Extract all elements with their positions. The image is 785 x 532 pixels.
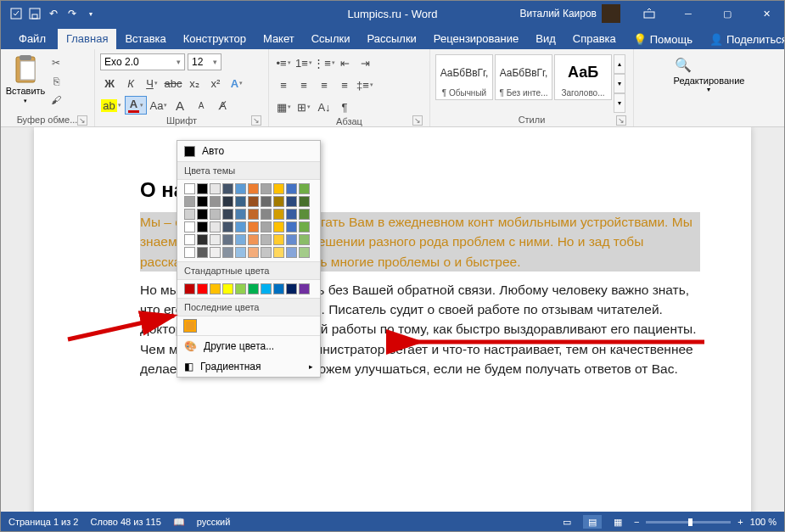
tab-layout[interactable]: Макет: [255, 29, 303, 49]
style-no-spacing[interactable]: АаБбВвГг, ¶ Без инте...: [495, 54, 552, 100]
color-swatch[interactable]: [286, 196, 297, 207]
text-effects-button[interactable]: A▾: [227, 74, 246, 92]
color-swatch[interactable]: [210, 196, 221, 207]
color-swatch[interactable]: [248, 283, 259, 294]
color-swatch[interactable]: [235, 283, 246, 294]
color-swatch[interactable]: [197, 221, 208, 232]
color-swatch[interactable]: [222, 183, 233, 194]
recent-color-swatch[interactable]: [184, 320, 196, 332]
align-left-button[interactable]: ≡: [274, 76, 293, 94]
tab-home[interactable]: Главная: [58, 29, 116, 49]
color-swatch[interactable]: [261, 283, 272, 294]
sort-button[interactable]: A↓: [315, 98, 334, 116]
shrink-font-button[interactable]: A: [192, 96, 210, 115]
color-swatch[interactable]: [273, 183, 284, 194]
color-swatch[interactable]: [184, 247, 195, 258]
color-swatch[interactable]: [197, 283, 208, 294]
color-swatch[interactable]: [197, 183, 208, 194]
color-swatch[interactable]: [184, 196, 195, 207]
clear-format-button[interactable]: A̸: [213, 96, 232, 115]
gradient-item[interactable]: ◧ Градиентная ▸: [177, 356, 320, 377]
zoom-slider[interactable]: [646, 521, 731, 524]
color-auto-item[interactable]: Авто: [177, 141, 320, 161]
zoom-out-button[interactable]: −: [634, 517, 639, 527]
color-swatch[interactable]: [222, 209, 233, 220]
color-swatch[interactable]: [261, 234, 272, 245]
style-heading1[interactable]: АаБ Заголово...: [554, 54, 612, 100]
color-swatch[interactable]: [248, 196, 259, 207]
tab-file[interactable]: Файл: [7, 29, 58, 49]
tab-help[interactable]: Справка: [564, 29, 625, 49]
clipboard-launcher[interactable]: ↘: [77, 115, 87, 126]
color-swatch[interactable]: [261, 221, 272, 232]
color-swatch[interactable]: [197, 209, 208, 220]
color-swatch[interactable]: [248, 183, 259, 194]
color-swatch[interactable]: [286, 209, 297, 220]
change-case-button[interactable]: Aa▾: [149, 96, 168, 115]
color-swatch[interactable]: [184, 221, 195, 232]
color-swatch[interactable]: [273, 247, 284, 258]
color-swatch[interactable]: [235, 196, 246, 207]
numbering-button[interactable]: 1≡▾: [294, 53, 313, 72]
subscript-button[interactable]: x₂: [185, 74, 204, 92]
color-swatch[interactable]: [235, 234, 246, 245]
color-swatch[interactable]: [261, 247, 272, 258]
color-swatch[interactable]: [299, 196, 310, 207]
paste-button[interactable]: Вставить ▾: [5, 52, 46, 113]
color-swatch[interactable]: [210, 221, 221, 232]
line-spacing-button[interactable]: ‡≡▾: [356, 76, 374, 94]
color-swatch[interactable]: [273, 283, 284, 294]
print-layout-button[interactable]: ▤: [583, 515, 602, 529]
color-swatch[interactable]: [299, 221, 310, 232]
bullets-button[interactable]: •≡▾: [274, 53, 293, 72]
qat-more-icon[interactable]: ▾: [85, 8, 97, 20]
color-swatch[interactable]: [261, 183, 272, 194]
user-account[interactable]: Виталий Каиров: [511, 4, 629, 23]
ribbon-options-button[interactable]: [631, 0, 668, 27]
tell-me-button[interactable]: 💡Помощь: [625, 30, 701, 49]
page-indicator[interactable]: Страница 1 из 2: [8, 517, 78, 527]
color-swatch[interactable]: [261, 209, 272, 220]
color-swatch[interactable]: [286, 183, 297, 194]
zoom-level[interactable]: 100 %: [750, 517, 777, 527]
bold-button[interactable]: Ж: [100, 74, 119, 92]
color-swatch[interactable]: [222, 283, 233, 294]
color-swatch[interactable]: [248, 247, 259, 258]
align-center-button[interactable]: ≡: [294, 76, 313, 94]
color-swatch[interactable]: [235, 221, 246, 232]
tab-design[interactable]: Конструктор: [175, 29, 255, 49]
color-swatch[interactable]: [299, 209, 310, 220]
color-swatch[interactable]: [273, 221, 284, 232]
zoom-in-button[interactable]: +: [737, 517, 743, 527]
color-swatch[interactable]: [248, 234, 259, 245]
cut-button[interactable]: ✂: [48, 55, 64, 70]
superscript-button[interactable]: x²: [206, 74, 225, 92]
justify-button[interactable]: ≡: [335, 76, 354, 94]
color-swatch[interactable]: [273, 234, 284, 245]
color-swatch[interactable]: [299, 247, 310, 258]
tab-view[interactable]: Вид: [527, 29, 564, 49]
grow-font-button[interactable]: A: [171, 96, 189, 115]
language-indicator[interactable]: русский: [197, 517, 230, 527]
color-swatch[interactable]: [197, 234, 208, 245]
color-swatch[interactable]: [235, 209, 246, 220]
styles-scroll[interactable]: ▴▾▾: [614, 54, 625, 113]
style-normal[interactable]: АаБбВвГг, ¶ Обычный: [435, 54, 493, 100]
color-swatch[interactable]: [184, 209, 195, 220]
color-swatch[interactable]: [210, 247, 221, 258]
tab-insert[interactable]: Вставка: [116, 29, 174, 49]
color-swatch[interactable]: [222, 221, 233, 232]
decrease-indent-button[interactable]: ⇤: [335, 53, 354, 72]
share-button[interactable]: 👤Поделиться: [701, 30, 785, 49]
spell-check-icon[interactable]: 📖: [173, 517, 185, 528]
color-swatch[interactable]: [210, 209, 221, 220]
redo-icon[interactable]: ↷: [66, 8, 78, 20]
color-swatch[interactable]: [273, 196, 284, 207]
close-button[interactable]: ✕: [748, 0, 785, 27]
strike-button[interactable]: abc: [164, 74, 182, 92]
color-swatch[interactable]: [222, 234, 233, 245]
color-swatch[interactable]: [248, 221, 259, 232]
color-swatch[interactable]: [222, 196, 233, 207]
minimize-button[interactable]: ─: [670, 0, 707, 27]
color-swatch[interactable]: [197, 247, 208, 258]
